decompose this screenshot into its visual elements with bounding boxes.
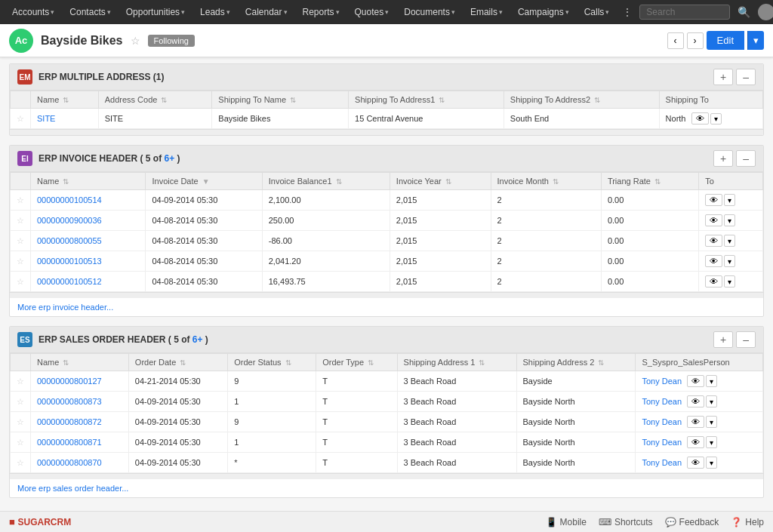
col-inv-name[interactable]: Name ⇅ <box>31 173 146 190</box>
row-view-button[interactable]: 👁 <box>691 112 709 125</box>
row-star[interactable]: ☆ <box>11 453 31 473</box>
row-action-dropdown[interactable]: ▾ <box>724 255 735 267</box>
row-view-button[interactable]: 👁 <box>705 255 722 267</box>
row-view-button[interactable]: 👁 <box>687 375 704 387</box>
nav-accounts[interactable]: Accounts ▾ <box>6 4 60 20</box>
col-so-status[interactable]: Order Status ⇅ <box>228 354 316 371</box>
row-name: SITE <box>31 109 99 129</box>
erp-multiple-address-collapse-button[interactable]: – <box>736 69 756 85</box>
edit-dropdown-button[interactable]: ▾ <box>747 31 764 50</box>
nav-opportunities[interactable]: Opportunities ▾ <box>120 4 191 20</box>
col-inv-balance[interactable]: Invoice Balance1 ⇅ <box>262 173 390 190</box>
invoice-horizontal-scrollbar[interactable] <box>10 292 763 298</box>
erp-sales-add-button[interactable]: + <box>713 331 733 348</box>
row-view-button[interactable]: 👁 <box>705 194 722 206</box>
erp-invoice-more-count-link[interactable]: 6+ <box>165 153 175 164</box>
nav-campaigns[interactable]: Campaigns ▾ <box>512 4 575 20</box>
search-button[interactable]: 🔍 <box>735 5 753 20</box>
col-inv-date[interactable]: Invoice Date ▼ <box>146 173 262 190</box>
row-view-button[interactable]: 👁 <box>687 416 704 428</box>
row-star[interactable]: ☆ <box>11 251 31 272</box>
row-action-dropdown[interactable]: ▾ <box>706 436 717 448</box>
row-action-dropdown[interactable]: ▾ <box>706 395 717 407</box>
shortcuts-link[interactable]: ⌨ Shortcuts <box>599 517 653 527</box>
col-so-order-date[interactable]: Order Date ⇅ <box>128 354 227 371</box>
erp-invoice-collapse-button[interactable]: – <box>736 150 756 167</box>
col-so-name[interactable]: Name ⇅ <box>31 354 129 371</box>
row-shipping-addr2: South End <box>504 109 659 129</box>
erp-invoice-add-button[interactable]: + <box>713 150 733 167</box>
row-action-dropdown[interactable]: ▾ <box>724 214 735 226</box>
row-action-dropdown[interactable]: ▾ <box>706 457 717 469</box>
horizontal-scrollbar[interactable] <box>10 129 763 135</box>
row-action-dropdown[interactable]: ▾ <box>724 194 735 206</box>
nav-contacts[interactable]: Contacts ▾ <box>63 4 116 20</box>
erp-invoice-more-link[interactable]: More erp invoice header... <box>10 298 763 316</box>
row-name: 00000000800127 <box>31 371 129 392</box>
row-star[interactable]: ☆ <box>11 392 31 412</box>
row-name: 00000000800055 <box>31 231 146 251</box>
sales-horizontal-scrollbar[interactable] <box>10 473 763 479</box>
col-so-salesperson[interactable]: S_Syspro_SalesPerson <box>636 354 763 371</box>
row-star[interactable]: ☆ <box>11 272 31 292</box>
nav-reports[interactable]: Reports ▾ <box>297 4 346 20</box>
row-view-button[interactable]: 👁 <box>705 235 722 247</box>
row-view-button[interactable]: 👁 <box>687 436 704 448</box>
favorite-star-icon[interactable]: ☆ <box>131 35 140 47</box>
row-star[interactable]: ☆ <box>11 371 31 392</box>
col-so-type[interactable]: Order Type ⇅ <box>316 354 397 371</box>
row-action-dropdown[interactable]: ▾ <box>706 375 717 387</box>
col-inv-month[interactable]: Invoice Month ⇅ <box>491 173 601 190</box>
nav-emails[interactable]: Emails ▾ <box>464 4 509 20</box>
col-shipping-to[interactable]: Shipping To <box>659 91 762 109</box>
erp-sales-more-count-link[interactable]: 6+ <box>192 334 203 345</box>
erp-multiple-address-table-container: Name ⇅ Address Code ⇅ Shipping To Name ⇅… <box>10 91 763 129</box>
row-action-dropdown[interactable]: ▾ <box>724 275 735 288</box>
col-to[interactable]: To <box>699 173 763 190</box>
nav-documents[interactable]: Documents ▾ <box>398 4 461 20</box>
row-view-button[interactable]: 👁 <box>705 214 722 226</box>
edit-button[interactable]: Edit <box>707 31 744 50</box>
col-inv-year[interactable]: Invoice Year ⇅ <box>390 173 491 190</box>
help-link[interactable]: ❓ Help <box>731 517 764 527</box>
row-order-date: 04-21-2014 05:30 <box>128 371 227 392</box>
row-addr1: 3 Beach Road <box>397 392 516 412</box>
row-star[interactable]: ☆ <box>11 412 31 432</box>
col-shipping-to-name[interactable]: Shipping To Name ⇅ <box>212 91 349 109</box>
erp-sales-collapse-button[interactable]: – <box>736 331 756 348</box>
search-input[interactable] <box>639 5 730 20</box>
erp-sales-order-title: ERP SALES ORDER HEADER ( 5 of 6+ ) <box>38 334 208 345</box>
nav-calendar[interactable]: Calendar ▾ <box>239 4 294 20</box>
row-star[interactable]: ☆ <box>11 190 31 211</box>
col-shipping-to-addr1[interactable]: Shipping To Address1 ⇅ <box>349 91 504 109</box>
previous-record-button[interactable]: ‹ <box>667 32 684 49</box>
row-star[interactable]: ☆ <box>11 231 31 251</box>
col-so-addr2[interactable]: Shipping Address 2 ⇅ <box>516 354 636 371</box>
row-view-button[interactable]: 👁 <box>705 275 722 288</box>
nav-leads[interactable]: Leads ▾ <box>194 4 236 20</box>
row-action-dropdown[interactable]: ▾ <box>710 113 722 125</box>
row-star[interactable]: ☆ <box>11 432 31 453</box>
nav-calls[interactable]: Calls ▾ <box>578 4 616 20</box>
row-view-button[interactable]: 👁 <box>687 395 704 407</box>
col-name[interactable]: Name ⇅ <box>31 91 99 109</box>
row-name: 00000000800871 <box>31 432 129 453</box>
nav-quotes[interactable]: Quotes ▾ <box>349 4 396 20</box>
erp-multiple-address-add-button[interactable]: + <box>713 69 733 85</box>
row-action-dropdown[interactable]: ▾ <box>724 235 735 247</box>
erp-sales-more-link[interactable]: More erp sales order header... <box>10 479 763 497</box>
mobile-link[interactable]: 📱 Mobile <box>546 517 587 527</box>
col-shipping-to-addr2[interactable]: Shipping To Address2 ⇅ <box>504 91 659 109</box>
erp-sales-order-panel: ES ERP SALES ORDER HEADER ( 5 of 6+ ) + … <box>9 326 764 498</box>
col-so-addr1[interactable]: Shipping Address 1 ⇅ <box>397 354 516 371</box>
feedback-link[interactable]: 💬 Feedback <box>665 517 719 527</box>
row-action-dropdown[interactable]: ▾ <box>706 416 717 428</box>
row-star[interactable]: ☆ <box>11 109 31 129</box>
row-view-button[interactable]: 👁 <box>687 457 704 469</box>
next-record-button[interactable]: › <box>687 32 704 49</box>
col-address-code[interactable]: Address Code ⇅ <box>98 91 212 109</box>
col-triang-rate[interactable]: Triang Rate ⇅ <box>601 173 698 190</box>
row-invoice-date: 04-09-2014 05:30 <box>146 190 262 211</box>
row-star[interactable]: ☆ <box>11 211 31 231</box>
nav-more-icon[interactable]: ⋮ <box>618 4 636 20</box>
